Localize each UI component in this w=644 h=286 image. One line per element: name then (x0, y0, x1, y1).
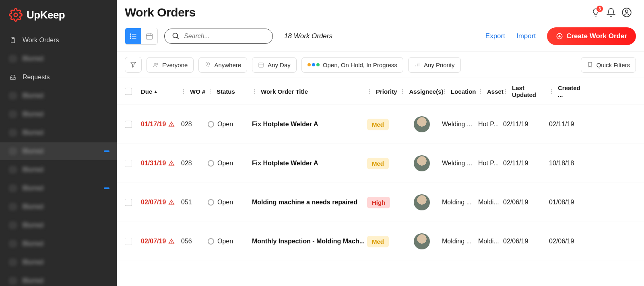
status-dots-icon (308, 63, 320, 66)
export-link[interactable]: Export (485, 32, 505, 40)
svg-rect-11 (10, 223, 15, 228)
sidebar-item-0[interactable]: Work Orders (0, 31, 117, 49)
calendar-view-button[interactable] (141, 28, 157, 44)
assignee-avatar[interactable] (414, 233, 430, 249)
col-status[interactable]: ⋮Status (208, 88, 252, 95)
col-due[interactable]: Due ▴ (141, 88, 181, 95)
location-cell: Welding ... (442, 121, 478, 128)
svg-point-42 (171, 126, 172, 126)
sidebar-item-6[interactable]: Blurred (0, 142, 117, 160)
search-box[interactable] (164, 29, 273, 44)
priority-pill: Med (367, 158, 389, 169)
sidebar-item-12[interactable]: Blurred (0, 253, 117, 271)
col-created[interactable]: ⋮Created ... (549, 84, 585, 98)
calendar-icon (258, 62, 264, 68)
row-checkbox[interactable] (125, 121, 132, 128)
sidebar-item-label: Blurred (23, 166, 43, 173)
due-date: 02/07/19 (141, 199, 166, 206)
sidebar-item-5[interactable]: Blurred (0, 124, 117, 142)
list-view-button[interactable] (125, 28, 141, 44)
sidebar-item-1[interactable]: Blurred (0, 50, 117, 68)
filter-everyone[interactable]: Everyone (147, 57, 194, 73)
search-input[interactable] (184, 33, 265, 40)
row-checkbox[interactable] (125, 199, 132, 206)
box-icon (9, 147, 17, 155)
col-location[interactable]: ⋮Location (442, 88, 478, 95)
sidebar-item-11[interactable]: Blurred (0, 235, 117, 253)
box-icon (9, 258, 17, 266)
wo-number: 028 (181, 121, 208, 128)
import-link[interactable]: Import (516, 32, 536, 40)
svg-rect-3 (10, 56, 15, 61)
row-checkbox[interactable] (125, 238, 132, 245)
box-icon (9, 221, 17, 229)
status-circle-icon (208, 160, 214, 167)
svg-point-0 (14, 13, 18, 17)
svg-rect-12 (10, 241, 15, 246)
work-order-title: Monthly Inspection - Molding Mach... (252, 238, 365, 245)
sidebar-item-7[interactable]: Blurred (0, 161, 117, 179)
work-order-count: 18 Work Orders (284, 32, 332, 40)
priority-pill: Med (367, 236, 389, 247)
created-cell: 02/11/19 (549, 121, 585, 128)
col-title[interactable]: ⋮Work Order Title (252, 88, 367, 95)
sidebar-item-13[interactable]: Blurred (0, 272, 117, 286)
table-row[interactable]: 02/07/19 051 Open Molding machine a need… (117, 183, 644, 222)
filter-anywhere[interactable]: Anywhere (198, 57, 247, 73)
col-updated[interactable]: ⋮Last Updated (503, 84, 549, 98)
svg-rect-7 (10, 149, 15, 154)
filter-anyday[interactable]: Any Day (252, 57, 297, 73)
sidebar-item-4[interactable]: Blurred (0, 105, 117, 123)
col-priority[interactable]: ⋮Priority (367, 88, 402, 95)
view-toggle (125, 28, 158, 45)
sidebar-item-3[interactable]: Blurred (0, 87, 117, 105)
sidebar-badge (104, 187, 109, 189)
sidebar-item-label: Requests (23, 74, 50, 81)
wo-number: 028 (181, 160, 208, 167)
assignee-avatar[interactable] (414, 116, 430, 132)
col-asset[interactable]: ⋮Asset (478, 88, 503, 95)
assignee-avatar[interactable] (414, 194, 430, 210)
warning-icon (168, 199, 175, 206)
table-row[interactable]: 01/31/19 028 Open Fix Hotplate Welder A … (117, 144, 644, 183)
location-cell: Molding ... (442, 199, 478, 206)
sidebar-item-label: Blurred (23, 185, 43, 192)
filter-funnel-button[interactable] (125, 57, 142, 73)
bell-icon[interactable] (606, 8, 616, 17)
filter-status[interactable]: Open, On Hold, In Progress (301, 57, 403, 73)
select-all-checkbox[interactable] (125, 88, 132, 95)
table-row[interactable]: 01/17/19 028 Open Fix Hotplate Welder A … (117, 105, 644, 144)
table-row[interactable]: 02/07/19 056 Open Monthly Inspection - M… (117, 222, 644, 261)
svg-rect-24 (147, 34, 153, 39)
assignee-avatar[interactable] (414, 155, 430, 171)
tips-button[interactable]: 3 (591, 8, 601, 17)
box-icon (9, 277, 17, 285)
row-checkbox[interactable] (125, 160, 132, 167)
sidebar-item-label: Blurred (23, 203, 43, 210)
status-cell: Open (208, 121, 252, 128)
inbox-icon (9, 73, 17, 81)
svg-point-46 (171, 204, 172, 204)
sidebar-item-label: Blurred (23, 92, 43, 99)
sidebar-item-9[interactable]: Blurred (0, 198, 117, 216)
sidebar-item-8[interactable]: Blurred (0, 179, 117, 197)
asset-cell: Hot P... (478, 160, 503, 167)
profile-icon[interactable] (621, 7, 632, 18)
brand-name: UpKeep (27, 9, 65, 21)
quick-filters-button[interactable]: Quick Filters (581, 57, 636, 73)
sidebar-item-label: Blurred (23, 277, 43, 284)
gear-logo-icon (9, 8, 23, 22)
box-icon (9, 166, 17, 174)
status-cell: Open (208, 238, 252, 245)
box-icon (9, 92, 17, 100)
work-order-title: Molding machine a needs repaired (252, 199, 357, 206)
col-wo[interactable]: ⋮WO # (181, 88, 208, 95)
sidebar-item-10[interactable]: Blurred (0, 216, 117, 234)
sidebar: UpKeep Work OrdersBlurredRequestsBlurred… (0, 0, 117, 286)
create-work-order-button[interactable]: Create Work Order (547, 27, 636, 45)
sidebar-item-2[interactable]: Requests (0, 68, 117, 86)
filter-priority[interactable]: Any Priority (408, 57, 461, 73)
sidebar-item-label: Blurred (23, 55, 43, 62)
svg-rect-6 (10, 130, 15, 135)
col-assignee[interactable]: ⋮Assignee(s) (402, 88, 442, 95)
